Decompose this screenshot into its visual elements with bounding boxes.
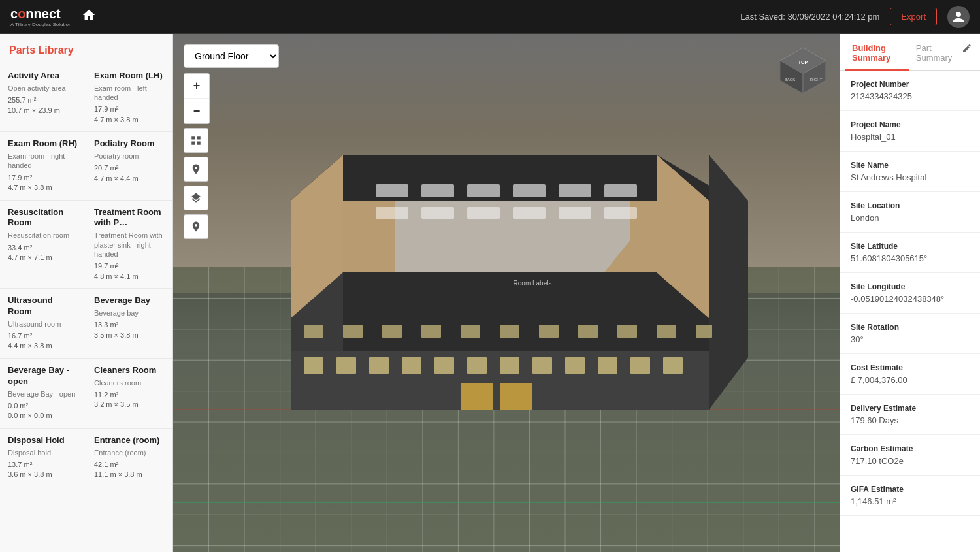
svg-text:TOP: TOP (798, 60, 808, 65)
part-dims: 3.5 m × 3.8 m (94, 331, 165, 340)
snap-button[interactable] (184, 157, 208, 182)
grid-toggle-button[interactable] (184, 128, 208, 153)
export-button[interactable]: Export (890, 8, 937, 25)
logo-subtitle: A Tilbury Douglas Solution (10, 22, 71, 27)
part-name: Entrance (room) (94, 435, 165, 446)
part-dims: 10.7 m × 23.9 m (8, 106, 78, 116)
part-desc: Entrance (room) (94, 448, 165, 457)
zoom-in-button[interactable]: + (184, 74, 209, 99)
list-item[interactable]: Resuscitation Room Resuscitation room 33… (0, 201, 86, 289)
tab-part-summary[interactable]: Part Summary (909, 34, 959, 71)
3d-viewport[interactable]: Room Labels Ground Floor First Floor Sec… (173, 34, 840, 552)
part-dims: 4.8 m × 4.1 m (94, 272, 165, 282)
site-latitude-value: 51.6081804305615° (851, 253, 970, 263)
list-item[interactable]: Ultrasound Room Ultrasound room 16.7 m² … (0, 289, 86, 359)
carbon-estimate-section: Carbon Estimate 717.10 tCO2e (840, 435, 980, 476)
svg-rect-65 (604, 184, 637, 197)
site-name-value: St Andrews Hospital (851, 172, 970, 182)
tab-building-summary[interactable]: Building Summary (845, 34, 909, 71)
part-name: Beverage Bay (94, 295, 165, 306)
cost-estimate-value: £ 7,004,376.00 (851, 375, 970, 385)
location-button[interactable] (184, 214, 208, 239)
part-dims: 3.2 m × 3.5 m (94, 400, 165, 410)
part-size: 17.9 m² (94, 105, 165, 114)
part-desc: Cleaners room (94, 378, 165, 387)
part-name: Resuscitation Room (8, 207, 78, 229)
part-dims: 11.1 m × 3.8 m (94, 470, 165, 479)
list-item[interactable]: Beverage Bay Beverage bay 13.3 m² 3.5 m … (86, 289, 172, 359)
list-item[interactable]: Treatment Room with P… Treatment Room wi… (86, 201, 172, 289)
edit-icon[interactable] (959, 34, 975, 70)
list-item[interactable]: Podiatry Room Podiatry room 20.7 m² 4.7 … (86, 132, 172, 200)
site-name-label: Site Name (851, 161, 970, 170)
svg-rect-54 (500, 325, 519, 338)
part-name: Treatment Room with P… (94, 207, 165, 229)
gifa-estimate-label: GIFA Estimate (851, 485, 970, 494)
svg-rect-72 (461, 383, 493, 410)
site-rotation-label: Site Rotation (851, 323, 970, 332)
carbon-estimate-value: 717.10 tCO2e (851, 456, 970, 466)
parts-library-title: Parts Library (0, 34, 172, 64)
layers-button[interactable] (184, 186, 208, 210)
part-dims: 0.0 m × 0.0 m (8, 411, 78, 421)
last-saved-text: Last Saved: 30/09/2022 04:24:12 pm (740, 12, 879, 22)
site-location-label: Site Location (851, 201, 970, 210)
part-name: Exam Room (LH) (94, 71, 165, 82)
part-size: 13.7 m² (8, 460, 78, 470)
svg-text:Room Labels: Room Labels (514, 280, 552, 287)
main-content: Parts Library Activity Area Open activit… (0, 34, 980, 552)
logo: connect A Tilbury Douglas Solution (10, 7, 71, 27)
panel-tabs: Building Summary Part Summary (840, 34, 980, 71)
carbon-estimate-label: Carbon Estimate (851, 444, 970, 453)
part-desc: Beverage bay (94, 308, 165, 317)
list-item[interactable]: Activity Area Open activity area 255.7 m… (0, 64, 86, 132)
part-desc: Exam room - right-handed (8, 152, 78, 170)
project-number-section: Project Number 2134334324325 (840, 71, 980, 111)
part-dims: 4.7 m × 7.1 m (8, 253, 78, 263)
floor-selector[interactable]: Ground Floor First Floor Second Floor (184, 44, 279, 68)
part-size: 0.0 m² (8, 401, 78, 411)
svg-rect-67 (421, 207, 454, 219)
svg-rect-40 (402, 357, 421, 374)
zoom-out-button[interactable]: − (184, 99, 209, 123)
home-button[interactable] (76, 5, 101, 28)
svg-text:BACK: BACK (785, 78, 795, 82)
svg-rect-62 (467, 184, 500, 197)
cost-estimate-label: Cost Estimate (851, 363, 970, 372)
svg-rect-41 (434, 357, 454, 374)
floor-select-dropdown[interactable]: Ground Floor First Floor Second Floor (184, 44, 279, 68)
list-item[interactable]: Beverage Bay - open Beverage Bay - open … (0, 359, 86, 429)
site-longitude-label: Site Longitude (851, 282, 970, 291)
list-item[interactable]: Entrance (room) Entrance (room) 42.1 m² … (86, 429, 172, 487)
list-item[interactable]: Exam Room (RH) Exam room - right-handed … (0, 132, 86, 200)
navigation-cube[interactable]: TOP BACK RIGHT (777, 44, 829, 97)
part-name: Cleaners Room (94, 365, 165, 376)
svg-rect-63 (513, 184, 546, 197)
list-item[interactable]: Exam Room (LH) Exam room - left-handed 1… (86, 64, 172, 132)
part-desc: Open activity area (8, 84, 78, 93)
user-avatar[interactable] (947, 6, 970, 28)
delivery-estimate-label: Delivery Estimate (851, 404, 970, 413)
site-longitude-value: -0.05190124032438348° (851, 294, 970, 304)
project-name-section: Project Name Hospital_01 (840, 111, 980, 152)
right-panel: Building Summary Part Summary Project Nu… (840, 34, 980, 552)
svg-rect-45 (565, 357, 585, 374)
svg-rect-44 (532, 357, 552, 374)
svg-rect-42 (467, 357, 487, 374)
svg-rect-69 (513, 207, 546, 219)
logo-text: connect (10, 7, 61, 22)
list-item[interactable]: Disposal Hold Disposal hold 13.7 m² 3.6 … (0, 429, 86, 487)
site-rotation-section: Site Rotation 30° (840, 314, 980, 354)
part-dims: 4.7 m × 4.4 m (94, 174, 165, 184)
parts-grid: Activity Area Open activity area 255.7 m… (0, 64, 172, 487)
list-item[interactable]: Cleaners Room Cleaners room 11.2 m² 3.2 … (86, 359, 172, 429)
part-dims: 4.4 m × 3.8 m (8, 341, 78, 351)
part-desc: Resuscitation room (8, 231, 78, 240)
site-name-section: Site Name St Andrews Hospital (840, 152, 980, 192)
part-name: Beverage Bay - open (8, 365, 78, 387)
svg-rect-38 (336, 357, 356, 374)
svg-rect-58 (657, 325, 676, 338)
part-dims: 4.7 m × 3.8 m (94, 115, 165, 125)
project-name-label: Project Name (851, 120, 970, 129)
svg-rect-46 (598, 357, 617, 374)
